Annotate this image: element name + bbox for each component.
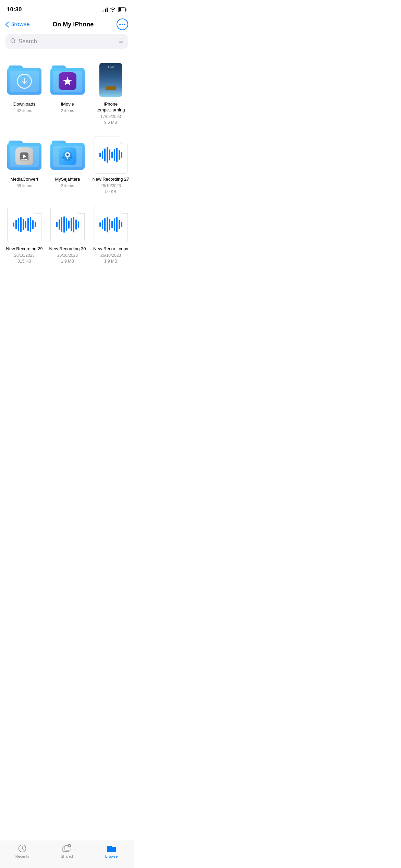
file-name-recording30: New Recording 30 xyxy=(49,246,86,252)
file-item-iphone-screenshot[interactable]: 4:19 iPhone tempe...arning 17/09/2023 9.… xyxy=(89,57,132,132)
more-dot xyxy=(124,24,125,25)
screenshot-icon-wrap: 4:19 xyxy=(92,61,130,99)
folder-icon-wrap xyxy=(49,61,86,99)
search-icon xyxy=(10,38,16,45)
svg-rect-4 xyxy=(120,38,122,41)
mediaconvert-app-icon xyxy=(15,147,33,165)
back-button[interactable]: Browse xyxy=(5,21,30,28)
file-item-recording-copy[interactable]: New Recor...copy 26/10/2023 1.9 MB xyxy=(89,202,132,271)
file-item-downloads[interactable]: Downloads 62 items xyxy=(3,57,46,132)
waveform-30 xyxy=(56,216,79,233)
audio-icon-wrap xyxy=(5,206,43,243)
waveform-29 xyxy=(13,216,36,233)
file-date-recording-copy: 26/10/2023 xyxy=(100,253,121,258)
waveform-27 xyxy=(99,146,122,164)
file-meta-mediaconvert: 39 items xyxy=(16,183,32,189)
mysejahtera-folder-icon: MySejahtera xyxy=(50,141,85,170)
file-size-screenshot: 9.6 MB xyxy=(104,120,117,125)
imovie-folder-icon xyxy=(50,65,85,95)
file-date-recording30: 26/10/2023 xyxy=(57,253,78,258)
file-meta-downloads: 62 items xyxy=(16,108,32,114)
audio-icon-wrap xyxy=(92,206,130,243)
file-name-mediaconvert: MediaConvert xyxy=(11,177,38,182)
mic-icon[interactable] xyxy=(119,38,123,45)
svg-marker-6 xyxy=(63,77,72,85)
folder-icon-wrap: MySejahtera xyxy=(49,136,86,174)
mysejahtera-app-icon: MySejahtera xyxy=(59,147,76,165)
audio-file-icon-29 xyxy=(7,206,41,243)
audio-file-icon-copy xyxy=(94,206,128,243)
file-item-mysejahtera[interactable]: MySejahtera MySejahtera 2 items xyxy=(46,132,89,201)
page-title: On My iPhone xyxy=(52,21,94,28)
audio-file-icon-30 xyxy=(50,206,85,243)
svg-rect-2 xyxy=(119,8,121,12)
signal-icon xyxy=(101,7,108,12)
search-bar[interactable]: Search xyxy=(5,34,128,49)
svg-point-10 xyxy=(66,153,69,156)
screenshot-thumbnail: 4:19 xyxy=(99,63,122,97)
more-dot xyxy=(119,24,121,25)
file-item-imovie[interactable]: iMovie 2 items xyxy=(46,57,89,132)
more-button[interactable] xyxy=(117,19,128,30)
files-content: Downloads 62 items xyxy=(0,54,134,305)
audio-icon-wrap xyxy=(49,206,86,243)
status-time: 10:30 xyxy=(7,6,22,13)
file-date-recording29: 26/10/2023 xyxy=(14,253,35,258)
file-item-recording27[interactable]: New Recording 27 26/10/2023 50 KB xyxy=(89,132,132,201)
nav-header: Browse On My iPhone xyxy=(0,17,134,34)
file-name-downloads: Downloads xyxy=(13,101,35,107)
screenshot-time: 4:19 xyxy=(108,65,114,69)
file-size-recording27: 50 KB xyxy=(105,189,117,195)
audio-icon-wrap xyxy=(92,136,130,174)
file-meta-imovie: 2 items xyxy=(61,108,74,114)
file-meta-screenshot: 17/09/2023 xyxy=(100,114,121,120)
svg-text:MySejahtera: MySejahtera xyxy=(61,156,74,158)
file-size-recording30: 1.9 MB xyxy=(61,258,74,264)
file-item-recording29[interactable]: New Recording 29 26/10/2023 315 KB xyxy=(3,202,46,271)
file-name-recording-copy: New Recor...copy xyxy=(93,246,128,252)
file-item-recording30[interactable]: New Recording 30 26/10/2023 1.9 MB xyxy=(46,202,89,271)
status-icons xyxy=(101,7,127,12)
back-label: Browse xyxy=(10,21,30,28)
audio-file-icon-27 xyxy=(94,136,128,174)
file-size-recording29: 315 KB xyxy=(17,258,31,264)
file-name-screenshot: iPhone tempe...arning xyxy=(92,101,130,113)
battery-icon xyxy=(118,7,127,12)
waveform-copy xyxy=(99,216,122,233)
files-grid: Downloads 62 items xyxy=(0,54,134,271)
file-meta-mysejahtera: 2 items xyxy=(61,183,74,189)
folder-icon-wrap xyxy=(5,61,43,99)
file-name-recording29: New Recording 29 xyxy=(6,246,43,252)
wifi-icon xyxy=(110,8,116,12)
mediaconvert-folder-icon xyxy=(7,141,41,170)
folder-icon-wrap xyxy=(5,136,43,174)
more-dot xyxy=(122,24,123,25)
search-placeholder: Search xyxy=(19,38,116,45)
downloads-folder-icon xyxy=(7,65,41,95)
status-bar: 10:30 xyxy=(0,0,134,17)
imovie-app-icon xyxy=(59,72,76,90)
file-date-recording27: 26/10/2023 xyxy=(100,183,121,189)
file-name-mysejahtera: MySejahtera xyxy=(55,177,80,182)
file-size-recording-copy: 1.9 MB xyxy=(104,258,117,264)
search-container: Search xyxy=(0,34,134,54)
svg-rect-1 xyxy=(126,9,127,11)
file-name-recording27: New Recording 27 xyxy=(93,177,129,182)
file-item-mediaconvert[interactable]: MediaConvert 39 items xyxy=(3,132,46,201)
file-name-imovie: iMovie xyxy=(61,101,74,107)
